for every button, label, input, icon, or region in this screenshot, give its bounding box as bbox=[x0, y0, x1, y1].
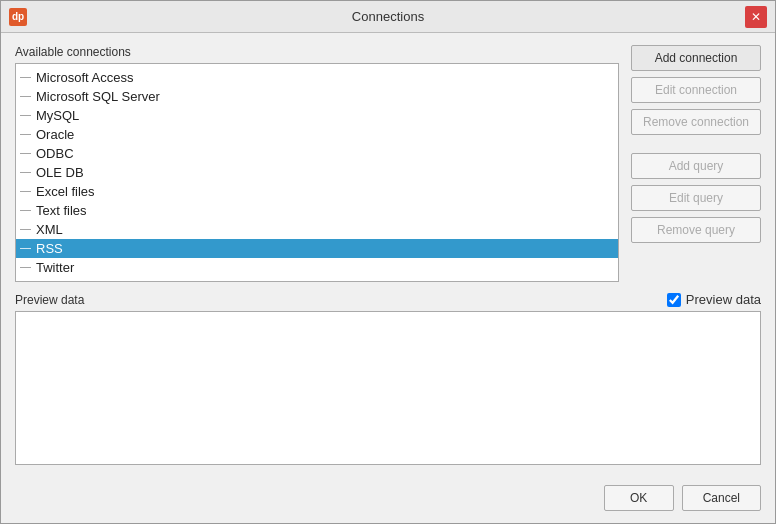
list-item-xml[interactable]: XML bbox=[16, 220, 618, 239]
connections-window: dp Connections ✕ Available connections M… bbox=[0, 0, 776, 524]
list-item-microsoft-sql-server[interactable]: Microsoft SQL Server bbox=[16, 87, 618, 106]
preview-checkbox-label[interactable]: Preview data bbox=[686, 292, 761, 307]
title-bar: dp Connections ✕ bbox=[1, 1, 775, 33]
list-item-text-files[interactable]: Text files bbox=[16, 201, 618, 220]
preview-checkbox-wrapper: Preview data bbox=[667, 292, 761, 307]
edit-connection-button[interactable]: Edit connection bbox=[631, 77, 761, 103]
remove-connection-button[interactable]: Remove connection bbox=[631, 109, 761, 135]
preview-data-checkbox[interactable] bbox=[667, 293, 681, 307]
app-icon: dp bbox=[9, 8, 27, 26]
top-section: Available connections Microsoft AccessMi… bbox=[15, 45, 761, 282]
footer: OK Cancel bbox=[1, 477, 775, 523]
connections-panel-label: Available connections bbox=[15, 45, 619, 59]
list-item-oracle[interactable]: Oracle bbox=[16, 125, 618, 144]
remove-query-button[interactable]: Remove query bbox=[631, 217, 761, 243]
close-button[interactable]: ✕ bbox=[745, 6, 767, 28]
window-content: Available connections Microsoft AccessMi… bbox=[1, 33, 775, 477]
connections-panel: Available connections Microsoft AccessMi… bbox=[15, 45, 619, 282]
preview-label: Preview data bbox=[15, 293, 84, 307]
title-bar-left: dp bbox=[9, 8, 27, 26]
button-separator bbox=[631, 141, 761, 147]
preview-area bbox=[15, 311, 761, 465]
preview-header: Preview data Preview data bbox=[15, 292, 761, 307]
ok-button[interactable]: OK bbox=[604, 485, 674, 511]
preview-section: Preview data Preview data bbox=[15, 292, 761, 465]
list-item-ole-db[interactable]: OLE DB bbox=[16, 163, 618, 182]
add-connection-button[interactable]: Add connection bbox=[631, 45, 761, 71]
buttons-panel: Add connection Edit connection Remove co… bbox=[631, 45, 761, 282]
add-query-button[interactable]: Add query bbox=[631, 153, 761, 179]
list-item-microsoft-access[interactable]: Microsoft Access bbox=[16, 68, 618, 87]
list-item-twitter[interactable]: Twitter bbox=[16, 258, 618, 277]
list-item-rss[interactable]: RSS bbox=[16, 239, 618, 258]
cancel-button[interactable]: Cancel bbox=[682, 485, 761, 511]
connections-list[interactable]: Microsoft AccessMicrosoft SQL ServerMySQ… bbox=[15, 63, 619, 282]
list-item-mysql[interactable]: MySQL bbox=[16, 106, 618, 125]
window-title: Connections bbox=[352, 9, 424, 24]
list-item-excel-files[interactable]: Excel files bbox=[16, 182, 618, 201]
edit-query-button[interactable]: Edit query bbox=[631, 185, 761, 211]
list-item-odbc[interactable]: ODBC bbox=[16, 144, 618, 163]
